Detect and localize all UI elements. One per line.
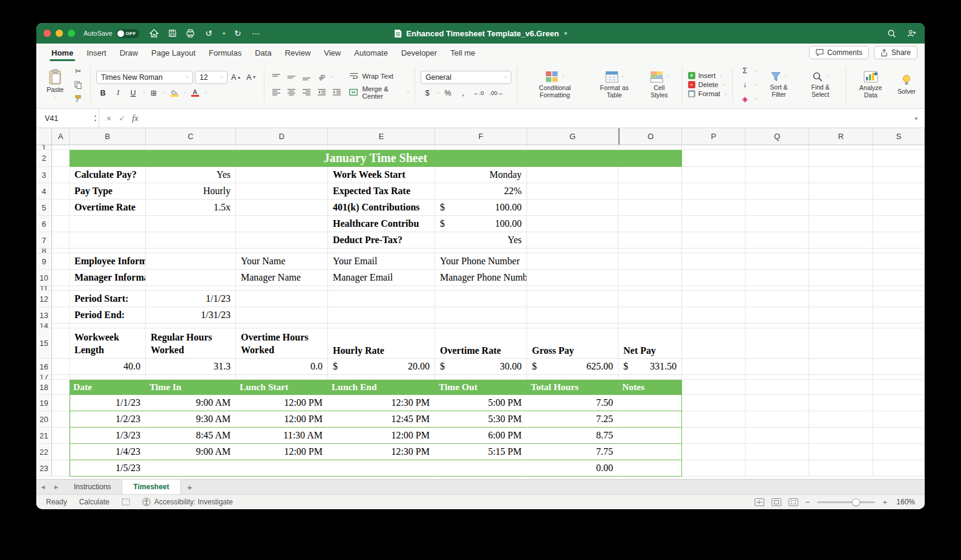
cell-S23[interactable]	[873, 460, 925, 477]
cell-C14[interactable]	[146, 324, 236, 328]
cell-F12[interactable]	[435, 291, 527, 307]
cell-F10[interactable]: Manager Phone Number	[435, 270, 527, 286]
cell-S7[interactable]	[873, 232, 925, 249]
cell-B13[interactable]: Period End:	[70, 307, 146, 324]
tab-insert[interactable]: Insert	[80, 44, 113, 62]
cell-B18[interactable]: Date	[70, 380, 146, 395]
column-header-A[interactable]: A	[52, 128, 70, 145]
text-orientation-icon[interactable]: ab	[315, 71, 328, 83]
cell-E5[interactable]: 401(k) Contributions	[328, 200, 435, 216]
cell-C23[interactable]	[146, 460, 236, 477]
cell-S4[interactable]	[873, 183, 925, 200]
cell-O23[interactable]	[618, 460, 682, 477]
cell-A21[interactable]	[52, 428, 70, 444]
cell-E12[interactable]	[328, 291, 435, 307]
cell-B5[interactable]: Overtime Rate	[70, 200, 146, 216]
cell-D18[interactable]: Lunch Start	[236, 380, 328, 395]
cell-D3[interactable]	[236, 167, 328, 183]
confirm-icon[interactable]: ✓	[119, 114, 125, 123]
cell-D7[interactable]	[236, 232, 328, 249]
cell-A17[interactable]	[52, 375, 70, 380]
cell-A11[interactable]	[52, 286, 70, 291]
fullscreen-window-button[interactable]	[68, 30, 75, 37]
cell-R13[interactable]	[809, 307, 873, 324]
cell-C6[interactable]	[146, 216, 236, 232]
cell-Q14[interactable]	[746, 324, 809, 328]
cell-E4[interactable]: Expected Tax Rate	[328, 183, 435, 200]
cell-F14[interactable]	[435, 324, 527, 328]
cell-R18[interactable]	[809, 380, 873, 395]
underline-button[interactable]: U	[126, 87, 140, 99]
cell-O17[interactable]	[618, 375, 682, 380]
zoom-slider[interactable]	[817, 501, 875, 503]
font-size-select[interactable]: 12 ▾	[195, 71, 228, 84]
cell-D20[interactable]: 12:00 PM	[236, 411, 328, 428]
font-name-select[interactable]: Times New Roman ▾	[96, 71, 193, 84]
print-icon[interactable]	[185, 28, 196, 39]
paste-dropdown-icon[interactable]: ▾	[54, 95, 57, 100]
cell-S14[interactable]	[873, 324, 925, 328]
cell-A16[interactable]	[52, 359, 70, 375]
cell-C17[interactable]	[146, 375, 236, 380]
row-header-4[interactable]: 4	[36, 183, 52, 200]
zoom-slider-knob[interactable]	[852, 498, 860, 506]
cell-D17[interactable]	[236, 375, 328, 380]
cell-G1[interactable]	[527, 145, 618, 150]
cell-R15[interactable]	[809, 328, 873, 359]
cell-D13[interactable]	[236, 307, 328, 324]
cell-O11[interactable]	[618, 286, 682, 291]
cell-R9[interactable]	[809, 253, 873, 270]
cell-Q16[interactable]	[746, 359, 809, 375]
cell-P20[interactable]	[682, 411, 746, 428]
row-header-14[interactable]: 14	[36, 324, 52, 328]
align-left-icon[interactable]	[269, 86, 283, 99]
merge-center-dropdown-icon[interactable]: ▾	[407, 90, 409, 95]
cell-R12[interactable]	[809, 291, 873, 307]
page-break-view-icon[interactable]	[789, 498, 798, 506]
column-header-P[interactable]: P	[682, 128, 746, 145]
cell-D12[interactable]	[236, 291, 328, 307]
cell-R7[interactable]	[809, 232, 873, 249]
font-color-icon[interactable]: A	[188, 87, 202, 99]
formula-input[interactable]	[145, 109, 908, 128]
cell-F8[interactable]	[435, 249, 527, 253]
cell-A5[interactable]	[52, 200, 70, 216]
save-icon[interactable]	[167, 28, 178, 39]
row-header-11[interactable]: 11	[36, 286, 52, 291]
cell-C1[interactable]	[146, 145, 236, 150]
cell-P14[interactable]	[682, 324, 746, 328]
cell-P12[interactable]	[682, 291, 746, 307]
number-format-select[interactable]: General ▾	[421, 71, 511, 84]
cell-G15[interactable]: Gross Pay	[527, 328, 618, 359]
cell-G7[interactable]	[527, 232, 618, 249]
search-icon[interactable]	[886, 28, 897, 39]
cell-C16[interactable]: 31.3	[146, 359, 236, 375]
wrap-text-button[interactable]: Wrap Text	[347, 70, 409, 82]
currency-format-icon[interactable]: $	[421, 87, 434, 99]
cell-E22[interactable]: 12:30 PM	[328, 444, 435, 460]
cell-G14[interactable]	[527, 324, 618, 328]
row-header-22[interactable]: 22	[36, 444, 52, 460]
cell-Q22[interactable]	[746, 444, 809, 460]
home-icon[interactable]	[149, 28, 160, 39]
column-header-D[interactable]: D	[236, 128, 328, 145]
cell-D11[interactable]	[236, 286, 328, 291]
cell-D4[interactable]	[236, 183, 328, 200]
cell-Q8[interactable]	[746, 249, 809, 253]
tab-formulas[interactable]: Formulas	[202, 44, 248, 62]
cell-C15[interactable]: Regular Hours Worked	[146, 328, 236, 359]
cell-D19[interactable]: 12:00 PM	[236, 395, 328, 411]
cell-A18[interactable]	[52, 380, 70, 395]
fill-down-icon[interactable]: ↓	[738, 79, 752, 91]
fill-dropdown-icon[interactable]: ▾	[755, 82, 757, 88]
cell-E7[interactable]: Deduct Pre-Tax?	[328, 232, 435, 249]
cell-O21[interactable]	[618, 428, 682, 444]
percent-format-icon[interactable]: %	[441, 87, 454, 99]
cell-F15[interactable]: Overtime Rate	[435, 328, 527, 359]
cell-S8[interactable]	[873, 249, 925, 253]
undo-icon[interactable]: ↺	[203, 28, 214, 39]
cell-S1[interactable]	[873, 145, 925, 150]
cell-A1[interactable]	[52, 145, 70, 150]
cell-G12[interactable]	[527, 291, 618, 307]
cell-Q21[interactable]	[746, 428, 809, 444]
